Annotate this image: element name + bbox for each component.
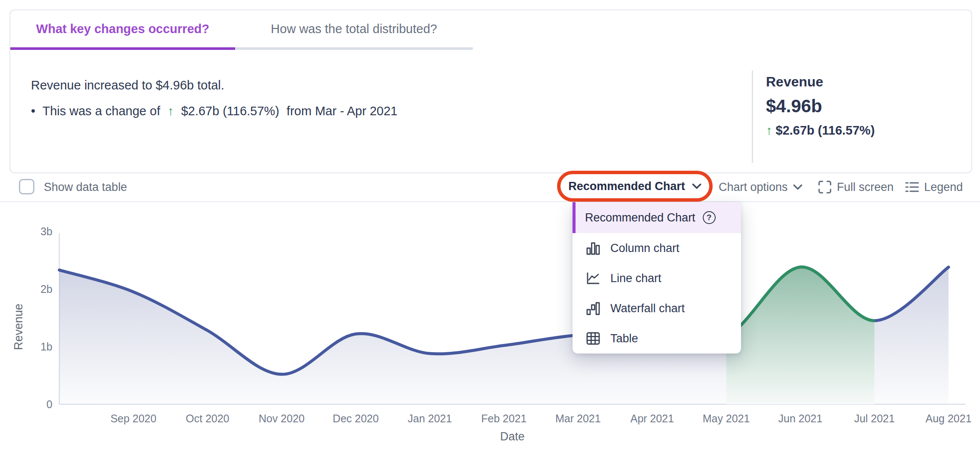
svg-text:3b: 3b <box>40 225 52 237</box>
legend-button[interactable]: Legend <box>905 173 963 201</box>
show-data-table-label: Show data table <box>44 181 127 194</box>
kpi-panel: Revenue $4.96b ↑$2.67b (116.57%) <box>766 74 875 138</box>
kpi-value: $4.96b <box>766 96 875 117</box>
menu-item-waterfall-chart[interactable]: Waterfall chart <box>573 293 741 323</box>
bullet-change-value: $2.67b (116.57%) <box>181 104 279 118</box>
legend-label: Legend <box>924 181 963 194</box>
show-data-table-checkbox[interactable] <box>19 179 34 194</box>
column-chart-icon <box>585 240 601 256</box>
kpi-change: ↑$2.67b (116.57%) <box>766 123 875 138</box>
svg-text:Jan 2021: Jan 2021 <box>408 412 452 424</box>
full-screen-button[interactable]: Full screen <box>818 173 894 201</box>
y-axis-title: Revenue <box>12 304 25 350</box>
y-axis-tick-labels: 01b2b3b <box>40 225 52 410</box>
full-screen-icon <box>818 180 832 194</box>
kpi-title: Revenue <box>766 74 875 90</box>
menu-item-recommended-chart[interactable]: Recommended Chart ? <box>573 202 741 233</box>
svg-text:Apr 2021: Apr 2021 <box>630 412 674 424</box>
svg-text:Dec 2020: Dec 2020 <box>333 412 379 424</box>
svg-text:Feb 2021: Feb 2021 <box>481 412 527 424</box>
svg-text:0: 0 <box>46 398 52 410</box>
x-axis-title: Date <box>500 430 524 443</box>
full-screen-label: Full screen <box>837 181 894 194</box>
recommended-chart-label: Recommended Chart <box>585 211 695 224</box>
chart-type-selected-label: Recommended Chart <box>568 180 685 193</box>
bullet-period: from Mar - Apr 2021 <box>287 104 398 118</box>
chart-options-label: Chart options <box>719 181 788 194</box>
up-arrow-icon: ↑ <box>168 104 174 118</box>
svg-text:May 2021: May 2021 <box>703 412 750 424</box>
insight-bullet: • This was a change of ↑ $2.67b (116.57%… <box>31 104 401 118</box>
menu-item-label: Waterfall chart <box>610 302 685 315</box>
svg-text:Jun 2021: Jun 2021 <box>778 412 823 424</box>
svg-text:Mar 2021: Mar 2021 <box>555 412 601 424</box>
waterfall-chart-icon <box>585 301 601 316</box>
summary-card: What key changes occurred? How was the t… <box>9 9 972 173</box>
x-axis-tick-labels: Sep 2020Oct 2020Nov 2020Dec 2020Jan 2021… <box>110 412 971 424</box>
svg-text:Oct 2020: Oct 2020 <box>186 412 229 424</box>
revenue-area-chart[interactable]: 01b2b3b Sep 2020Oct 2020Nov 2020Dec 2020… <box>0 202 980 455</box>
question-tabs: What key changes occurred? How was the t… <box>10 10 971 50</box>
svg-text:Aug 2021: Aug 2021 <box>925 412 971 424</box>
legend-list-icon <box>905 180 919 194</box>
help-icon[interactable]: ? <box>703 211 716 224</box>
insight-headline: Revenue increased to $4.96b total. <box>31 78 401 92</box>
answer-panel: What key changes occurred? How was the t… <box>0 0 980 455</box>
menu-item-label: Table <box>610 332 638 345</box>
svg-text:2b: 2b <box>40 283 52 295</box>
insight-summary: Revenue increased to $4.96b total. • Thi… <box>31 78 401 118</box>
kpi-change-value: $2.67b (116.57%) <box>776 123 875 137</box>
svg-text:1b: 1b <box>40 341 52 353</box>
menu-item-column-chart[interactable]: Column chart <box>573 233 741 263</box>
up-arrow-icon: ↑ <box>766 123 772 137</box>
menu-item-line-chart[interactable]: Line chart <box>573 263 741 293</box>
table-icon <box>585 331 601 346</box>
kpi-divider <box>752 71 753 163</box>
chevron-down-icon <box>793 184 802 190</box>
chevron-down-icon <box>692 183 701 189</box>
tab-total-distributed[interactable]: How was the total distributed? <box>235 10 473 50</box>
line-chart-icon <box>585 271 601 286</box>
menu-item-label: Column chart <box>610 242 680 255</box>
chart-toolbar: Show data table Chart options Full scree… <box>0 173 980 202</box>
chart-type-select-button[interactable]: Recommended Chart <box>563 174 707 198</box>
bullet-text: This was a change of <box>43 104 160 118</box>
menu-item-table[interactable]: Table <box>573 323 741 354</box>
chart-type-dropdown-menu: Recommended Chart ? Column chart Line ch… <box>573 202 741 354</box>
bullet-marker: • <box>31 104 35 118</box>
svg-text:Jul 2021: Jul 2021 <box>854 412 895 424</box>
chart-options-button[interactable]: Chart options <box>719 173 802 201</box>
svg-text:Sep 2020: Sep 2020 <box>110 412 156 424</box>
tab-key-changes[interactable]: What key changes occurred? <box>10 10 235 50</box>
menu-item-label: Line chart <box>610 272 662 285</box>
svg-text:Nov 2020: Nov 2020 <box>259 412 305 424</box>
